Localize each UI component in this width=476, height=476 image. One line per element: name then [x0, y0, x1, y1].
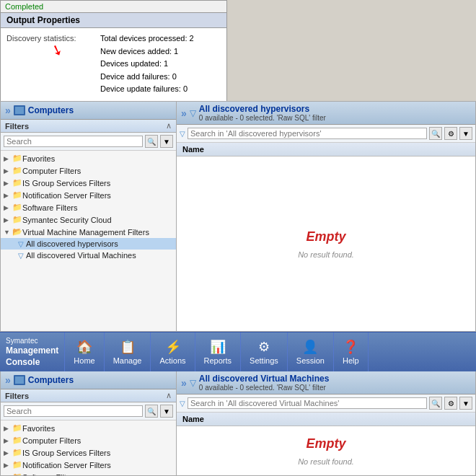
bottom-search-input[interactable] [4, 405, 143, 417]
stat-line-1: New devices added: 1 [100, 45, 221, 58]
search-options-button[interactable]: ▼ [160, 135, 173, 148]
bottom-tree-computer-filters[interactable]: ▶ 📁 Computer Filters [1, 434, 176, 446]
right-hypervisors-panel: » ▽ All discovered hypervisors 0 availab… [177, 101, 476, 332]
bottom-search-button[interactable]: 🔍 [145, 405, 158, 418]
bottom-left-header: » Computers [1, 371, 176, 389]
manage-icon: 📋 [120, 339, 136, 355]
tree-item-symantec-cloud[interactable]: ▶ 📁 Symantec Security Cloud [1, 213, 176, 226]
folder-icon: 📁 [12, 448, 22, 457]
settings-label: Settings [250, 356, 278, 365]
actions-icon: ⚡ [165, 339, 181, 355]
search-button[interactable]: 🔍 [145, 135, 158, 148]
folder-icon: 📁 [12, 154, 22, 163]
actions-button[interactable]: ⚡ Actions [151, 332, 195, 371]
folder-icon: 📁 [12, 423, 22, 433]
filter-icon: ▽ [18, 240, 24, 248]
output-properties-body: Discovery statistics: Total devices proc… [1, 28, 226, 103]
computers-icon [14, 105, 25, 115]
right-expand-icon[interactable]: » [181, 107, 187, 119]
tree-arrow: ▶ [4, 449, 12, 457]
completed-status: Completed [1, 1, 226, 12]
tree-item-computer-filters[interactable]: ▶ 📁 Computer Filters [1, 164, 176, 177]
bottom-computers-icon [14, 375, 25, 385]
tree-item-software[interactable]: ▶ 📁 Software Filters [1, 201, 176, 213]
taskbar: Symantec Management Console 🏠 Home 📋 Man… [0, 332, 476, 371]
item-label: Favorites [22, 424, 55, 433]
session-button[interactable]: 👤 Session [288, 332, 334, 371]
filters-bar: Filters ∧ [1, 120, 176, 133]
tree-item-notification[interactable]: ▶ 📁 Notification Server Filters [1, 189, 176, 201]
bottom-right-search-input[interactable] [188, 397, 427, 409]
bottom-right-panel: » ▽ All discovered Virtual Machines 0 av… [177, 371, 476, 476]
item-label: Software Filters [22, 203, 77, 212]
folder-icon: 📁 [12, 460, 22, 470]
bottom-right-options-btn[interactable]: ⚙ [444, 397, 457, 410]
bottom-tree-notification[interactable]: ▶ 📁 Notification Server Filters [1, 459, 176, 471]
folder-icon: 📁 [12, 472, 22, 475]
tree-arrow: ▶ [4, 155, 12, 162]
search-input[interactable] [4, 136, 143, 147]
bottom-filters-label: Filters [5, 392, 29, 400]
tree-item-favorites[interactable]: ▶ 📁 Favorites [1, 152, 176, 164]
bottom-left-title: Computers [28, 375, 74, 385]
panel-expand-icon[interactable]: » [5, 105, 11, 116]
help-button[interactable]: ❓ Help [334, 332, 369, 371]
home-icon: 🏠 [76, 339, 92, 355]
right-search-input[interactable] [188, 128, 427, 139]
tree-arrow: ▶ [4, 192, 12, 199]
tree-item-hypervisors[interactable]: ▽ All discovered hypervisors [1, 238, 176, 250]
bottom-right-nav-btn[interactable]: ▼ [459, 397, 472, 410]
stat-line-4: Device update failures: 0 [100, 83, 221, 96]
item-label: All discovered hypervisors [26, 239, 118, 248]
no-result-text: No result found. [298, 250, 354, 259]
home-button[interactable]: 🏠 Home [65, 332, 104, 371]
bottom-right-expand-icon[interactable]: » [181, 377, 187, 389]
folder-icon: 📁 [12, 203, 22, 212]
stat-line-0: Total devices processed: 2 [100, 32, 194, 45]
bottom-right-search-bar: ▽ 🔍 ⚙ ▼ [177, 395, 475, 413]
collapse-filters-btn[interactable]: ∧ [166, 121, 172, 131]
tree-item-is-group[interactable]: ▶ 📁 IS Group Services Filters [1, 177, 176, 189]
bottom-search-options[interactable]: ▼ [160, 405, 173, 418]
tree-arrow: ▶ [4, 180, 12, 187]
bottom-right-header: » ▽ All discovered Virtual Machines 0 av… [177, 371, 475, 395]
brand-console: Console [6, 357, 58, 369]
right-search-button[interactable]: 🔍 [429, 127, 442, 140]
bottom-tree-software[interactable]: ▶ 📁 Software Filters [1, 471, 176, 475]
item-label: Symantec Security Cloud [22, 216, 112, 224]
folder-icon: 📁 [12, 436, 22, 445]
reports-label: Reports [204, 356, 232, 365]
tree-item-virtual-machines[interactable]: ▽ All discovered Virtual Machines [1, 250, 176, 261]
bottom-tree-is-group[interactable]: ▶ 📁 IS Group Services Filters [1, 446, 176, 459]
left-panel-title: Computers [28, 105, 74, 115]
tree-view: ▶ 📁 Favorites ▶ 📁 Computer Filters ▶ 📁 I… [1, 151, 176, 331]
bottom-table-header: Name [177, 413, 475, 426]
session-icon: 👤 [302, 339, 318, 355]
bottom-right-subtitle: 0 available - 0 selected. 'Raw SQL' filt… [199, 384, 330, 392]
item-label: Notification Server Filters [22, 191, 111, 200]
brand-logo: Symantec Management Console [0, 332, 65, 371]
completed-dialog: Completed ➘ Output Properties Discovery … [0, 0, 227, 104]
folder-icon: 📁 [12, 166, 22, 175]
tree-arrow: ▶ [4, 167, 12, 175]
session-label: Session [296, 356, 325, 365]
reports-button[interactable]: 📊 Reports [195, 332, 242, 371]
bottom-collapse-btn[interactable]: ∧ [166, 391, 172, 400]
right-panel-subtitle: 0 available - 0 selected. 'Raw SQL' filt… [199, 114, 326, 122]
brand-symantec: Symantec [6, 336, 58, 345]
brand-management: Management [6, 345, 58, 357]
right-panel-header: » ▽ All discovered hypervisors 0 availab… [177, 102, 475, 125]
manage-button[interactable]: 📋 Manage [105, 332, 151, 371]
bottom-panel-expand-icon[interactable]: » [5, 374, 11, 386]
item-label: Notification Server Filters [22, 461, 111, 470]
tree-arrow: ▶ [4, 216, 12, 224]
tree-item-vm-filters[interactable]: ▼ 📂 Virtual Machine Management Filters [1, 226, 176, 238]
folder-icon: 📁 [12, 215, 22, 224]
right-nav-button[interactable]: ▼ [459, 127, 472, 140]
settings-button[interactable]: ⚙ Settings [241, 332, 288, 371]
item-label: Virtual Machine Management Filters [22, 228, 149, 237]
right-search-options[interactable]: ⚙ [444, 127, 457, 140]
bottom-right-search-btn[interactable]: 🔍 [429, 397, 442, 410]
bottom-tree-favorites[interactable]: ▶ 📁 Favorites [1, 422, 176, 434]
bottom-empty-area: Empty No result found. [177, 426, 475, 475]
